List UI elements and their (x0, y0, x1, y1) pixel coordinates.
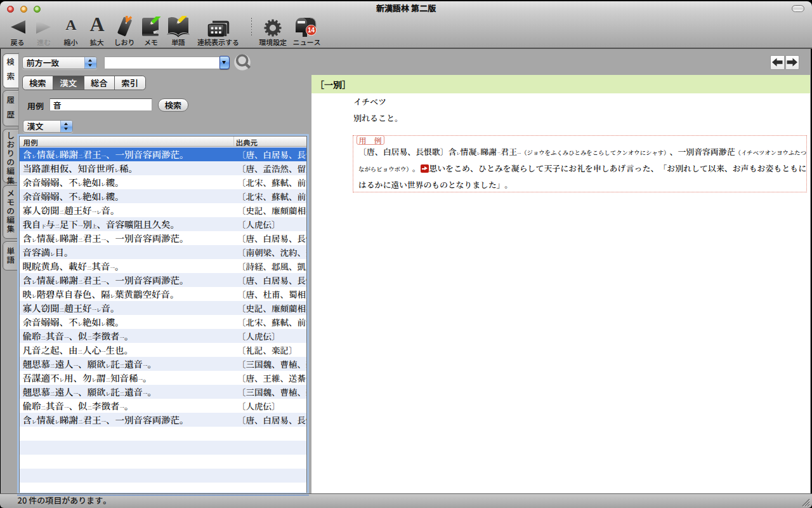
svg-text:14: 14 (308, 27, 315, 34)
